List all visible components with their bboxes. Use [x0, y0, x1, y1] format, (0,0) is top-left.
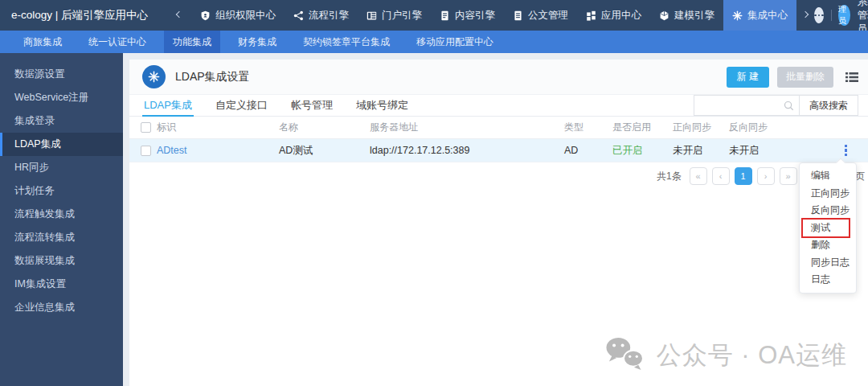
menu-item-edit[interactable]: 编辑: [800, 167, 856, 185]
col-header-id: 标识: [157, 121, 279, 134]
integration-badge-icon: [142, 65, 166, 88]
subnav-travel[interactable]: 商旅集成: [14, 31, 71, 53]
document-icon: [440, 10, 450, 21]
row-server-address: ldap://172.17.12.5:389: [370, 145, 564, 156]
subnav-mobile-config[interactable]: 移动应用配置中心: [407, 31, 502, 53]
sidebar-item-scheduled-tasks[interactable]: 计划任务: [0, 179, 123, 203]
top-nav-label: 应用中心: [601, 9, 641, 23]
sidebar-item-workflow-trigger[interactable]: 流程触发集成: [0, 203, 123, 226]
sidebar-item-ldap[interactable]: LDAP集成: [0, 133, 123, 156]
top-nav-label: 流程引擎: [309, 9, 349, 23]
watermark: 公众号 · OA运维: [604, 336, 847, 375]
row-forward-sync: 未开启: [673, 144, 729, 158]
top-nav-label: 集成中心: [747, 9, 788, 23]
row-checkbox[interactable]: [141, 146, 151, 156]
top-right-group: 理员 系统管理员: [814, 0, 868, 31]
sidebar-item-datasource[interactable]: 数据源设置: [0, 63, 123, 86]
tab-ldap-integration[interactable]: LDAP集成: [144, 95, 192, 116]
advanced-search-button[interactable]: 高级搜索: [800, 95, 858, 116]
new-button[interactable]: 新 建: [727, 67, 769, 88]
col-header-name: 名称: [279, 121, 370, 134]
sidebar: 数据源设置 WebService注册 集成登录 LDAP集成 HR同步 计划任务…: [0, 53, 123, 386]
list-view-icon[interactable]: [845, 72, 858, 83]
pagination-last-button[interactable]: »: [780, 167, 797, 185]
menu-item-forward-sync[interactable]: 正向同步: [800, 185, 856, 203]
col-header-enabled: 是否启用: [612, 121, 673, 134]
document-icon: [513, 10, 523, 21]
sidebar-item-data-display[interactable]: 数据展现集成: [0, 249, 123, 273]
sidebar-item-workflow-flow[interactable]: 流程流转集成: [0, 226, 123, 249]
top-nav: 组织权限中心 流程引擎 门户引擎 内容引擎 公文管理 应用中心: [191, 0, 796, 31]
layout-icon: [366, 10, 377, 21]
batch-delete-button[interactable]: 批量删除: [777, 67, 833, 88]
shield-icon: [200, 10, 211, 21]
chevron-right-icon: [802, 10, 809, 17]
app-logo: e-cology | 后端引擎应用中心: [0, 0, 148, 31]
menu-item-reverse-sync[interactable]: 反向同步: [800, 202, 856, 220]
watermark-text: 公众号 · OA运维: [657, 339, 847, 372]
nav-collapse-left[interactable]: [172, 0, 186, 31]
grid-icon: [586, 10, 596, 21]
top-nav-workflow[interactable]: 流程引擎: [285, 0, 358, 31]
row-id-link[interactable]: ADtest: [157, 145, 187, 156]
search-group: 高级搜索: [694, 95, 858, 116]
top-nav-apps[interactable]: 应用中心: [577, 0, 650, 31]
subnav-function-integration[interactable]: 功能集成: [164, 31, 220, 53]
workflow-icon: [293, 10, 304, 21]
top-nav-docs[interactable]: 公文管理: [504, 0, 577, 31]
menu-item-test[interactable]: 测试: [800, 220, 856, 237]
row-name: AD测试: [279, 144, 370, 158]
top-nav-portal[interactable]: 门户引擎: [358, 0, 431, 31]
header-actions: 新 建 批量删除: [727, 67, 858, 88]
menu-item-sync-log[interactable]: 同步日志: [800, 254, 856, 272]
content-area: LDAP集成设置 新 建 批量删除 LDAP集成 自定义接口 帐号管理 域账号绑…: [123, 53, 868, 386]
tab-custom-interface[interactable]: 自定义接口: [215, 95, 268, 116]
sidebar-item-webservice[interactable]: WebService注册: [0, 86, 123, 109]
subnav-esign[interactable]: 契约锁签章平台集成: [294, 31, 399, 53]
table-row: ADtest AD测试 ldap://172.17.12.5:389 AD 已开…: [129, 139, 868, 162]
row-context-menu: 编辑 正向同步 反向同步 测试 删除 同步日志 日志: [799, 162, 857, 294]
top-nav-org[interactable]: 组织权限中心: [191, 0, 285, 31]
subnav-auth-center[interactable]: 统一认证中心: [80, 31, 155, 53]
top-nav-label: 建模引擎: [674, 9, 714, 23]
row-type: AD: [564, 145, 612, 156]
top-nav-content[interactable]: 内容引擎: [431, 0, 504, 31]
top-nav-label: 组织权限中心: [215, 9, 276, 23]
col-header-reverse-sync: 反向同步: [729, 121, 824, 134]
menu-item-log[interactable]: 日志: [800, 271, 856, 289]
top-nav-label: 公文管理: [528, 9, 568, 23]
tab-domain-account-binding[interactable]: 域账号绑定: [356, 95, 408, 116]
pagination-next-button[interactable]: ›: [757, 167, 775, 185]
more-menu-icon[interactable]: [814, 7, 824, 23]
row-actions-menu-icon[interactable]: [842, 142, 850, 159]
nav-scroll-right[interactable]: [796, 0, 814, 31]
page-title: LDAP集成设置: [175, 70, 250, 84]
avatar[interactable]: 理员: [838, 5, 850, 26]
sidebar-item-sso-login[interactable]: 集成登录: [0, 109, 123, 133]
pagination-total: 共1条: [657, 170, 682, 183]
sidebar-item-im-settings[interactable]: IM集成设置: [0, 273, 123, 296]
pagination-page-1[interactable]: 1: [735, 167, 752, 185]
menu-item-delete[interactable]: 删除: [800, 236, 856, 254]
cube-icon: [659, 10, 669, 21]
search-input[interactable]: [694, 96, 784, 115]
integration-icon: [732, 10, 743, 21]
app-window: e-cology | 后端引擎应用中心 组织权限中心 流程引擎 门户引擎 内容引…: [0, 0, 868, 386]
top-nav-modeling[interactable]: 建模引擎: [650, 0, 723, 31]
sidebar-item-enterprise-info[interactable]: 企业信息集成: [0, 296, 123, 319]
tab-account-management[interactable]: 帐号管理: [291, 95, 333, 116]
main-area: 数据源设置 WebService注册 集成登录 LDAP集成 HR同步 计划任务…: [0, 53, 868, 386]
subnav-finance[interactable]: 财务集成: [229, 31, 285, 53]
sidebar-item-hr-sync[interactable]: HR同步: [0, 156, 123, 179]
top-nav-integration[interactable]: 集成中心: [723, 0, 796, 31]
pagination: 共1条 « ‹ 1 › » 10 条/页: [129, 162, 868, 190]
pagination-first-button[interactable]: «: [690, 167, 707, 185]
col-header-forward-sync: 正向同步: [673, 121, 729, 134]
pagination-prev-button[interactable]: ‹: [712, 167, 730, 185]
tabs-row: LDAP集成 自定义接口 帐号管理 域账号绑定 高级搜索: [129, 95, 868, 117]
select-all-checkbox[interactable]: [141, 122, 151, 133]
chevron-left-icon: [176, 10, 182, 17]
sub-nav: 商旅集成 统一认证中心 功能集成 财务集成 契约锁签章平台集成 移动应用配置中心: [0, 31, 868, 53]
table-header: 标识 名称 服务器地址 类型 是否启用 正向同步 反向同步: [129, 117, 868, 139]
divider: [831, 10, 832, 21]
